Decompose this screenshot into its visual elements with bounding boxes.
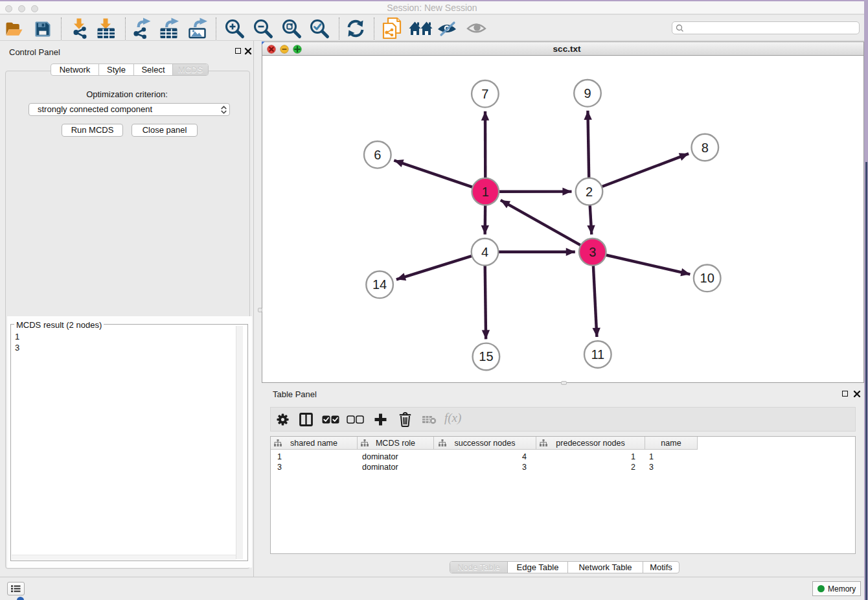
svg-text:15: 15 (479, 349, 493, 363)
svg-text:11: 11 (591, 347, 604, 362)
svg-text:2: 2 (586, 185, 593, 199)
svg-text:6: 6 (374, 148, 381, 162)
svg-text:4: 4 (481, 245, 488, 259)
svg-text:3: 3 (589, 245, 596, 259)
svg-text:10: 10 (700, 271, 714, 285)
svg-text:8: 8 (702, 141, 709, 155)
svg-text:9: 9 (584, 86, 591, 100)
svg-text:14: 14 (372, 277, 387, 292)
svg-text:7: 7 (481, 87, 488, 101)
svg-text:1: 1 (482, 185, 489, 199)
